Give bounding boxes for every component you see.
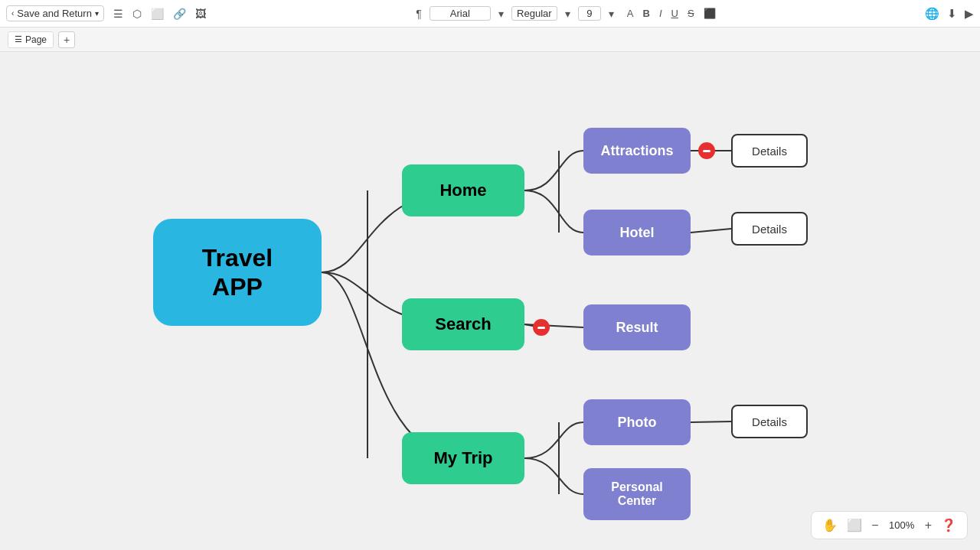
red-circle-search-minus-icon	[537, 327, 545, 329]
red-circle-search[interactable]	[533, 319, 550, 336]
toolbar-shape-icons: ☰ ⬡ ⬜ 🔗 🖼	[112, 6, 207, 21]
hand-tool-icon[interactable]: ✋	[821, 516, 839, 534]
svg-line-3	[691, 421, 731, 422]
red-circle-minus-icon	[703, 150, 710, 152]
travel-app-label: Travel APP	[202, 243, 273, 302]
font-color-icon[interactable]: A	[625, 7, 636, 20]
connect-icon[interactable]: ⬡	[131, 6, 143, 21]
photo-label: Photo	[618, 415, 657, 431]
zoom-out-button[interactable]: −	[870, 519, 880, 532]
result-label: Result	[616, 320, 658, 336]
image-icon[interactable]: 🖼	[194, 6, 207, 21]
node-hotel[interactable]: Hotel	[583, 210, 691, 255]
globe-icon[interactable]: 🌐	[925, 7, 939, 21]
save-return-label: Save and Return	[17, 8, 92, 19]
font-size-selector[interactable]: 9	[578, 6, 601, 21]
node-my-trip[interactable]: My Trip	[402, 432, 524, 484]
zoom-in-button[interactable]: +	[923, 519, 933, 532]
strikethrough-icon[interactable]: S	[685, 7, 697, 20]
play-icon[interactable]: ▶	[965, 7, 974, 21]
back-chevron-icon: ‹	[11, 9, 14, 18]
toolbar-right: 🌐 ⬇ ▶	[925, 7, 974, 21]
node-travel-app[interactable]: Travel APP	[153, 219, 322, 326]
format-icons: A B I U S ⬛	[625, 7, 718, 20]
node-home[interactable]: Home	[402, 164, 524, 216]
attractions-label: Attractions	[600, 143, 673, 159]
paragraph-icon[interactable]: ¶	[414, 6, 423, 21]
font-name-selector[interactable]: Arial	[430, 6, 491, 21]
shape-icon[interactable]: ⬜	[149, 6, 165, 21]
size-chevron-icon: ▾	[607, 6, 616, 21]
node-personal-center[interactable]: Personal Center	[583, 468, 691, 520]
home-label: Home	[439, 181, 486, 200]
details-2-label: Details	[752, 223, 787, 236]
zoom-level: 100%	[887, 519, 917, 531]
details-1-label: Details	[752, 145, 787, 158]
node-details-attractions[interactable]: Details	[731, 134, 808, 168]
toolbar: ‹ Save and Return ▾ ☰ ⬡ ⬜ 🔗 🖼 ¶ Arial ▾ …	[0, 0, 980, 28]
italic-icon[interactable]: I	[657, 7, 665, 20]
frame-icon[interactable]: ⬜	[845, 516, 864, 534]
style-chevron-icon: ▾	[564, 6, 572, 21]
save-and-return-button[interactable]: ‹ Save and Return ▾	[6, 5, 104, 21]
page-tab-label: Page	[25, 34, 47, 45]
help-icon[interactable]: ❓	[939, 516, 958, 534]
svg-line-2	[691, 229, 731, 233]
canvas: Travel APP Home Search My Trip Attractio…	[0, 52, 980, 550]
node-details-photo[interactable]: Details	[731, 405, 808, 438]
red-circle-attractions[interactable]	[698, 142, 715, 159]
node-result[interactable]: Result	[583, 304, 691, 350]
add-page-button[interactable]: +	[58, 31, 75, 48]
external-link-icon[interactable]: ⬛	[701, 7, 718, 20]
details-3-label: Details	[752, 415, 787, 428]
personal-center-label: Personal Center	[611, 480, 663, 508]
bottom-toolbar: ✋ ⬜ − 100% + ❓	[811, 511, 968, 539]
node-search[interactable]: Search	[402, 298, 524, 350]
underline-icon[interactable]: U	[669, 7, 681, 20]
my-trip-label: My Trip	[433, 448, 492, 468]
lines-icon[interactable]: ☰	[112, 6, 125, 21]
page-tab-icon: ☰	[15, 34, 22, 44]
hotel-label: Hotel	[620, 225, 655, 241]
link-icon[interactable]: 🔗	[172, 6, 188, 21]
dropdown-chevron-icon: ▾	[95, 9, 99, 18]
toolbar-left: ‹ Save and Return ▾ ☰ ⬡ ⬜ 🔗 🖼	[6, 5, 207, 21]
page-tab[interactable]: ☰ Page	[8, 31, 54, 48]
node-details-hotel[interactable]: Details	[731, 212, 808, 246]
node-attractions[interactable]: Attractions	[583, 128, 691, 174]
toolbar-center: ¶ Arial ▾ Regular ▾ 9 ▾ A B I U S ⬛	[214, 6, 919, 21]
font-chevron-icon: ▾	[497, 6, 505, 21]
search-label: Search	[435, 314, 491, 334]
node-photo[interactable]: Photo	[583, 399, 691, 445]
font-style-selector[interactable]: Regular	[511, 6, 557, 21]
page-tabs: ☰ Page +	[0, 28, 980, 52]
download-icon[interactable]: ⬇	[947, 7, 957, 21]
bold-icon[interactable]: B	[641, 7, 652, 20]
